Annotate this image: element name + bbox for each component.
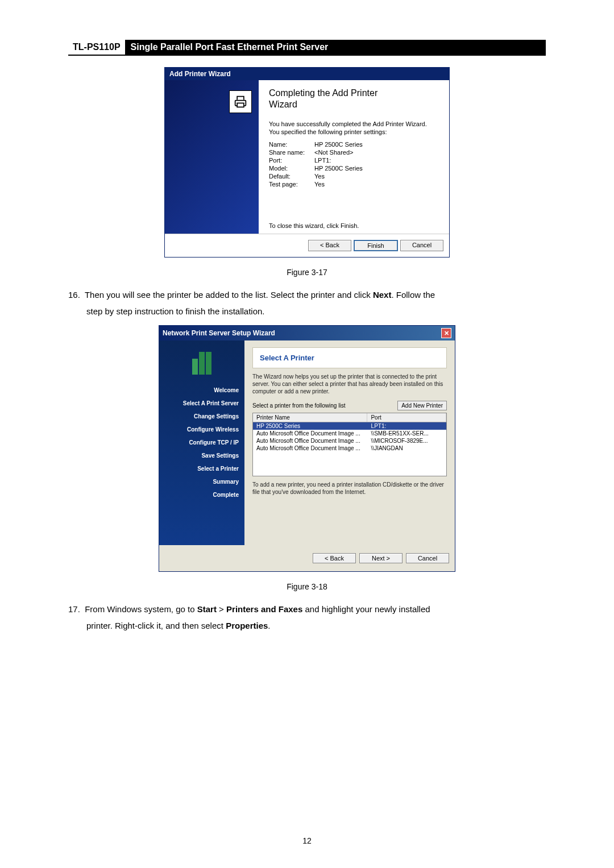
wizard2-main: Select A Printer The Wizard now helps yo… [244,340,455,545]
sidebar-item-save[interactable]: Save Settings [159,449,244,462]
list-row[interactable]: Auto Microsoft Office Document Image ...… [253,430,446,437]
value-model: HP 2500C Series [314,165,363,172]
cancel-button[interactable]: Cancel [400,240,443,251]
step16-text-c: step by step instruction to finish the i… [86,304,546,320]
start-bold: Start [197,604,217,614]
step17-text-b: and highlight your newly installed [302,604,430,614]
label-port: Port: [269,157,314,164]
list-row[interactable]: Auto Microsoft Office Document Image ...… [253,445,446,452]
step16-text-a: 16. Then you will see the printer be add… [68,290,373,300]
label-name: Name: [269,141,314,148]
wizard2-title: Network Print Server Setup Wizard [163,329,275,337]
row0-port: LPT1: [368,422,446,430]
wizard2-buttons: < Back Next > Cancel [159,545,455,571]
brand-logo [159,346,244,380]
printer-icon [229,90,252,113]
wizard2-sidebar: Welcome Select A Print Server Change Set… [159,340,244,545]
add-printer-wizard-dialog: Add Printer Wizard Completing the Add Pr… [164,67,450,258]
wizard-title: Add Printer Wizard [165,68,449,80]
doc-header: TL-PS110P Single Parallel Port Fast Ethe… [68,40,546,56]
sidebar-item-select-server[interactable]: Select A Print Server [159,397,244,410]
value-port: LPT1: [314,157,331,164]
gt-1: > [217,604,226,614]
wizard-description: You have successfully completed the Add … [269,120,439,136]
select-label: Select a printer from the following list [252,402,345,409]
sidebar-item-change-settings[interactable]: Change Settings [159,410,244,423]
wizard-buttons: < Back Finish Cancel [165,234,449,257]
sidebar-item-wireless[interactable]: Configure Wireless [159,423,244,436]
row1-port: \\SMB-ER51XX-SER... [368,430,446,437]
list-row[interactable]: HP 2500C Series LPT1: [253,422,446,430]
step-16: 16. Then you will see the printer be add… [68,287,546,319]
printers-bold: Printers and Faxes [226,604,302,614]
select-row: Select a printer from the following list… [252,401,447,410]
row3-port: \\JIANGDAN [368,445,446,452]
value-default: Yes [314,173,325,180]
wizard2-description: The Wizard now helps you set up the prin… [252,373,447,395]
back-button[interactable]: < Back [308,240,351,251]
next-button[interactable]: Next > [359,553,403,563]
printer-settings: Name:HP 2500C Series Share name:<Not Sha… [269,141,439,189]
col-port: Port [367,413,446,422]
wizard-content: Completing the Add Printer Wizard You ha… [259,80,449,234]
figure-caption-1: Figure 3-17 [68,268,546,277]
close-note: To close this wizard, click Finish. [269,211,439,229]
printer-list[interactable]: Printer Name Port HP 2500C Series LPT1: … [252,413,447,476]
close-icon[interactable]: ✕ [441,328,451,338]
document-page: TL-PS110P Single Parallel Port Fast Ethe… [0,0,614,868]
network-setup-wizard-dialog: Network Print Server Setup Wizard ✕ Welc… [159,325,455,572]
desc-line2: You specified the following printer sett… [269,128,387,135]
finish-button[interactable]: Finish [354,240,398,251]
row2-port: \\MICROSOF-3829E... [368,437,446,445]
label-testpage: Test page: [269,181,314,188]
next-bold: Next [373,290,392,300]
step17-text-a: 17. From Windows system, go to [68,604,197,614]
list-header: Printer Name Port [253,413,446,422]
wizard-heading-line1: Completing the Add Printer [269,88,439,98]
wizard2-titlebar: Network Print Server Setup Wizard ✕ [159,326,455,340]
label-model: Model: [269,165,314,172]
add-printer-note: To add a new printer, you need a printer… [252,481,447,496]
wizard2-body: Welcome Select A Print Server Change Set… [159,340,455,545]
back-button-2[interactable]: < Back [313,553,356,563]
properties-bold: Properties [226,621,268,630]
sidebar-item-welcome[interactable]: Welcome [159,384,244,397]
sidebar-item-summary[interactable]: Summary [159,475,244,488]
step16-text-b: . Follow the [391,290,435,300]
add-new-printer-button[interactable]: Add New Printer [397,401,447,410]
value-testpage: Yes [314,181,325,188]
row0-name: HP 2500C Series [253,422,368,430]
step-17: 17. From Windows system, go to Start > P… [68,601,546,634]
row3-name: Auto Microsoft Office Document Image ... [253,445,368,452]
row2-name: Auto Microsoft Office Document Image ... [253,437,368,445]
row1-name: Auto Microsoft Office Document Image ... [253,430,368,437]
model-number: TL-PS110P [68,40,125,55]
product-name: Single Parallel Port Fast Ethernet Print… [125,40,546,55]
figure-caption-2: Figure 3-18 [68,582,546,591]
sidebar-item-select-printer[interactable]: Select a Printer [159,462,244,475]
panel-title: Select A Printer [252,347,447,368]
step17-line2: printer. Right-click it, and then select… [86,618,546,634]
wizard-sidebar-image [165,80,259,234]
cancel-button-2[interactable]: Cancel [406,553,449,563]
value-share: <Not Shared> [314,149,354,156]
list-row[interactable]: Auto Microsoft Office Document Image ...… [253,437,446,445]
wizard-body: Completing the Add Printer Wizard You ha… [165,80,449,234]
value-name: HP 2500C Series [314,141,363,148]
col-printer-name: Printer Name [253,413,367,422]
page-number: 12 [0,836,614,845]
label-share: Share name: [269,149,314,156]
sidebar-item-tcpip[interactable]: Configure TCP / IP [159,436,244,449]
wizard-heading-line2: Wizard [269,99,439,110]
printer-svg [233,94,248,110]
sidebar-item-complete[interactable]: Complete [159,488,244,501]
label-default: Default: [269,173,314,180]
desc-line1: You have successfully completed the Add … [269,121,427,127]
